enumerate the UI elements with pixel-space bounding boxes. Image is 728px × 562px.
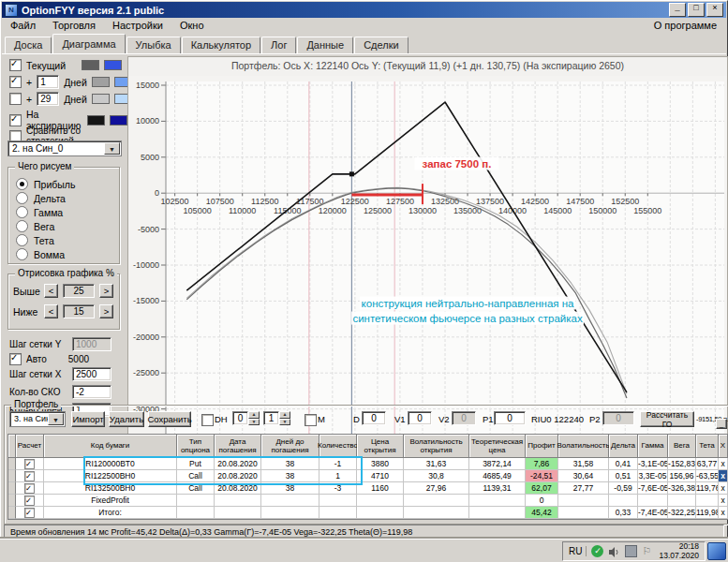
column-header-14[interactable]: Тета xyxy=(696,435,719,458)
tab-4[interactable]: Лог xyxy=(261,37,296,53)
language-indicator[interactable]: RU xyxy=(569,546,587,556)
flag-icon[interactable]: ⚐ xyxy=(642,545,654,557)
calc-cell[interactable] xyxy=(16,470,44,482)
table-row[interactable]: RI122500BH0Call20.08.2020381471030,84685… xyxy=(8,470,728,482)
chevron-down-icon[interactable]: ▼ xyxy=(48,413,64,425)
device-icon[interactable] xyxy=(625,545,637,557)
m-checkbox[interactable] xyxy=(305,414,317,426)
row-checkbox[interactable] xyxy=(24,471,35,481)
d-input[interactable] xyxy=(362,411,386,425)
column-header-4[interactable]: Дней до погашения xyxy=(261,435,319,458)
dh-checkbox[interactable] xyxy=(201,414,214,426)
row-selector[interactable] xyxy=(8,470,16,482)
sko-input[interactable] xyxy=(72,385,111,399)
tab-5[interactable]: Данные xyxy=(297,37,353,53)
taskbar-app-icon[interactable] xyxy=(707,542,726,560)
chevron-down-icon[interactable]: ▼ xyxy=(104,142,120,155)
draw-option-5[interactable]: Вомма xyxy=(16,247,117,261)
draw-option-1[interactable]: Дельта xyxy=(16,191,117,205)
plus29-days-input[interactable] xyxy=(37,92,59,106)
strategy-select[interactable]: 2. на Син_0 ▼ xyxy=(7,140,122,156)
code-cell[interactable]: RI122500BH0 xyxy=(44,470,177,482)
row-checkbox[interactable] xyxy=(24,495,35,506)
tab-0[interactable]: Доска xyxy=(5,37,52,53)
code-cell[interactable]: RI120000BT0 xyxy=(44,458,177,470)
title-bar[interactable]: N OptionFYY версия 2.1 public _ □ × xyxy=(2,2,726,18)
expiry-checkbox[interactable] xyxy=(9,114,22,126)
column-header-8[interactable]: Теоретическая цена xyxy=(469,435,526,458)
column-header-3[interactable]: Дата погашения xyxy=(215,435,261,458)
save-button[interactable]: Сохранить xyxy=(148,411,191,427)
column-header-7[interactable]: Волатильность открытия xyxy=(404,435,469,458)
row-selector[interactable] xyxy=(8,458,16,470)
tab-3[interactable]: Калькулятор xyxy=(182,37,260,53)
calc-margin-button[interactable]: Рассчитать ГО xyxy=(640,411,694,427)
table-row[interactable]: RI132500BH0Call20.08.202038-3116027,9611… xyxy=(8,482,728,495)
radio-icon[interactable] xyxy=(16,234,28,246)
row-selector[interactable] xyxy=(8,495,16,507)
delete-button[interactable]: Удалить xyxy=(109,411,144,427)
remove-row-button[interactable]: x xyxy=(719,507,728,519)
qty-cell[interactable] xyxy=(319,507,357,519)
dh-spinner-2[interactable]: 1 ▲▼ xyxy=(263,411,290,425)
tray-clock[interactable]: 20:18 13.07.2020 xyxy=(659,542,699,561)
above-value[interactable]: 25 xyxy=(63,284,95,298)
column-header-6[interactable]: Цена открытия xyxy=(357,435,404,458)
plus1-days-input[interactable] xyxy=(37,75,59,89)
taskbar[interactable]: RU ✓ ⚐ 20:18 13.07.2020 xyxy=(0,539,728,562)
table-row[interactable]: RI120000BT0Put20.08.202038-1388031,63387… xyxy=(8,458,728,470)
draw-option-3[interactable]: Вега xyxy=(16,219,117,233)
tab-6[interactable]: Сделки xyxy=(354,37,409,53)
plus29-checkbox[interactable] xyxy=(9,93,22,105)
remove-row-button[interactable]: x xyxy=(719,470,728,482)
calc-cell[interactable] xyxy=(16,495,44,507)
above-inc-button[interactable]: > xyxy=(99,284,113,298)
column-header-15[interactable]: X xyxy=(719,435,728,458)
portfolio-strategy-select[interactable]: 3. на Син_1 ▼ xyxy=(9,411,66,427)
import-button[interactable]: Импорт xyxy=(71,411,105,427)
table-row[interactable]: FixedProfit0x xyxy=(8,495,728,507)
auto-checkbox[interactable] xyxy=(9,353,22,365)
draw-option-2[interactable]: Гамма xyxy=(16,205,117,219)
menu-item-1[interactable]: Торговля xyxy=(44,19,104,32)
code-cell[interactable]: FixedProfit xyxy=(44,495,177,507)
remove-row-button[interactable]: x xyxy=(719,495,728,507)
tab-1[interactable]: Диаграмма xyxy=(52,34,125,53)
row-checkbox[interactable] xyxy=(24,459,35,469)
column-header-5[interactable]: Количество xyxy=(319,435,357,458)
row-checkbox[interactable] xyxy=(24,483,35,494)
radio-icon[interactable] xyxy=(16,220,28,232)
code-cell[interactable]: Итого: xyxy=(44,507,177,519)
close-button[interactable]: × xyxy=(706,3,723,17)
tab-2[interactable]: Улыбка xyxy=(126,37,181,53)
row-selector[interactable] xyxy=(8,482,16,495)
column-header-0[interactable]: Расчет xyxy=(16,435,44,458)
row-selector[interactable] xyxy=(8,507,16,519)
column-header-11[interactable]: Дельта xyxy=(609,435,638,458)
column-header-2[interactable]: Тип опциона xyxy=(177,435,215,458)
remove-row-button[interactable]: x xyxy=(719,458,728,470)
column-header-10[interactable]: Волатильность xyxy=(558,435,609,458)
profit-chart[interactable]: 150001000050000-5000-10000-15000-20000-2… xyxy=(128,76,727,454)
below-inc-button[interactable]: > xyxy=(99,304,113,318)
below-dec-button[interactable]: < xyxy=(44,304,58,318)
above-dec-button[interactable]: < xyxy=(44,284,58,298)
volume-icon[interactable] xyxy=(608,545,620,557)
column-header-9[interactable]: Профит xyxy=(526,435,558,458)
radio-icon[interactable] xyxy=(16,192,28,204)
menu-about[interactable]: О программе xyxy=(645,19,726,32)
calc-cell[interactable] xyxy=(16,482,44,495)
qty-cell[interactable] xyxy=(319,495,357,507)
code-cell[interactable]: RI132500BH0 xyxy=(44,482,177,495)
qty-cell[interactable]: -1 xyxy=(319,458,357,470)
below-value[interactable]: 15 xyxy=(63,304,95,318)
calc-cell[interactable] xyxy=(16,458,44,470)
column-header-12[interactable]: Гамма xyxy=(638,435,668,458)
row-checkbox[interactable] xyxy=(24,508,35,518)
calc-cell[interactable] xyxy=(16,507,44,519)
column-header-13[interactable]: Вега xyxy=(668,435,696,458)
grid-x-input[interactable] xyxy=(72,367,111,381)
menu-item-2[interactable]: Настройки xyxy=(104,19,171,32)
draw-option-4[interactable]: Тета xyxy=(16,233,117,247)
p1-input[interactable] xyxy=(494,411,526,425)
